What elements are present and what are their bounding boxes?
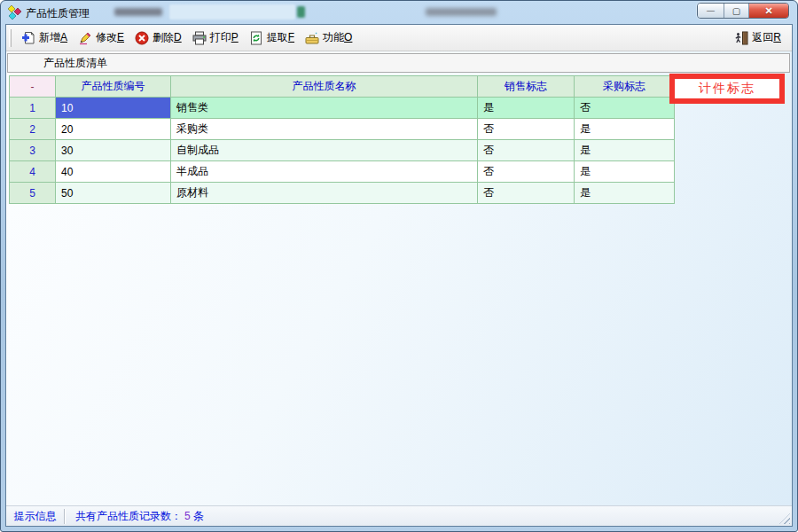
purchase-flag-cell[interactable]: 是 — [575, 119, 675, 140]
extract-refresh-icon — [249, 31, 263, 45]
name-cell[interactable]: 原材料 — [171, 183, 478, 204]
redacted-text — [426, 8, 497, 16]
window-title: 产品性质管理 — [26, 6, 90, 21]
table-row: 3 30 自制成品 否 是 — [10, 140, 675, 161]
col-header-code[interactable]: 产品性质编号 — [56, 76, 171, 98]
status-panel-hint: 提示信息 — [6, 509, 65, 524]
table-row: 5 50 原材料 否 是 — [10, 183, 675, 204]
record-count-unit: 条 — [193, 509, 204, 524]
code-cell[interactable]: 40 — [56, 161, 171, 183]
code-cell[interactable]: 50 — [56, 183, 171, 204]
app-icon — [7, 5, 22, 20]
sale-flag-cell[interactable]: 是 — [478, 98, 575, 119]
col-header-sale-flag[interactable]: 销售标志 — [478, 76, 575, 98]
maximize-button[interactable]: ▢ — [724, 4, 749, 18]
edit-pencil-icon — [78, 31, 92, 45]
col-header-rownum[interactable]: - — [10, 76, 56, 98]
close-button[interactable]: ✕ — [749, 4, 788, 18]
table-header-row: - 产品性质编号 产品性质名称 销售标志 采购标志 — [10, 76, 675, 98]
table-row: 1 10 销售类 是 否 — [10, 98, 675, 119]
code-cell[interactable]: 20 — [56, 119, 171, 140]
purchase-flag-cell[interactable]: 是 — [575, 161, 675, 183]
titlebar: 产品性质管理 — ▢ ✕ — [1, 1, 797, 24]
row-number-cell[interactable]: 2 — [10, 119, 56, 140]
toolbar: 新增A 修改E 删除D — [6, 25, 792, 51]
table-row: 4 40 半成品 否 是 — [10, 161, 675, 183]
name-cell[interactable]: 采购类 — [171, 119, 478, 140]
redacted-input — [169, 4, 295, 20]
edit-button[interactable]: 修改E — [73, 27, 129, 48]
redacted-icon — [297, 6, 305, 18]
add-button[interactable]: 新增A — [16, 27, 73, 48]
row-number-cell[interactable]: 4 — [10, 161, 56, 183]
panel-title: 产品性质清单 — [43, 57, 107, 69]
status-message: 共有产品性质记录数： 5 条 — [65, 509, 204, 524]
delete-icon — [135, 31, 149, 45]
table-row: 2 20 采购类 否 是 — [10, 119, 675, 140]
row-number-cell[interactable]: 5 — [10, 183, 56, 204]
purchase-flag-cell[interactable]: 是 — [575, 140, 675, 161]
name-cell[interactable]: 销售类 — [171, 98, 478, 119]
row-number-cell[interactable]: 3 — [10, 140, 56, 161]
annotation-label: 计件标志 — [699, 81, 755, 97]
sale-flag-cell[interactable]: 否 — [478, 119, 575, 140]
resize-grip[interactable] — [779, 513, 790, 524]
minimize-button[interactable]: — — [698, 4, 724, 18]
name-cell[interactable]: 自制成品 — [171, 140, 478, 161]
purchase-flag-cell[interactable]: 否 — [575, 98, 675, 119]
print-button[interactable]: 打印P — [187, 27, 244, 48]
record-count-value: 5 — [184, 510, 191, 522]
col-header-name[interactable]: 产品性质名称 — [171, 76, 478, 98]
col-header-purchase-flag[interactable]: 采购标志 — [575, 76, 675, 98]
record-count-prefix: 共有产品性质记录数： — [75, 509, 182, 524]
function-tool-icon — [305, 31, 319, 45]
extract-button[interactable]: 提取F — [244, 27, 300, 48]
code-cell[interactable]: 30 — [56, 140, 171, 161]
toolbar-gripper — [9, 29, 12, 47]
sale-flag-cell[interactable]: 否 — [478, 140, 575, 161]
sale-flag-cell[interactable]: 否 — [478, 161, 575, 183]
code-cell-selected[interactable]: 10 — [56, 98, 171, 119]
exit-door-icon — [734, 31, 748, 45]
sale-flag-cell[interactable]: 否 — [478, 183, 575, 204]
purchase-flag-cell[interactable]: 是 — [575, 183, 675, 204]
name-cell[interactable]: 半成品 — [171, 161, 478, 183]
product-nature-table: - 产品性质编号 产品性质名称 销售标志 采购标志 1 10 销售类 是 否 — [9, 75, 675, 204]
row-number-cell[interactable]: 1 — [10, 98, 56, 119]
return-button[interactable]: 返回R — [729, 27, 786, 48]
add-document-icon — [21, 31, 35, 45]
status-bar: 提示信息 共有产品性质记录数： 5 条 — [6, 505, 792, 526]
app-window: 产品性质管理 — ▢ ✕ 新增A — [0, 0, 798, 532]
window-body: 新增A 修改E 删除D — [5, 24, 793, 527]
window-controls: — ▢ ✕ — [697, 3, 789, 19]
function-button[interactable]: 功能O — [300, 27, 357, 48]
panel-header: 产品性质清单 — [7, 53, 790, 73]
printer-icon — [192, 31, 207, 45]
delete-button[interactable]: 删除D — [129, 27, 187, 48]
client-area: 产品性质清单 - 产品性质编号 产品性质名称 销售标志 采购标志 — [6, 51, 792, 505]
redacted-text — [114, 8, 162, 16]
annotation-highlight-box: 计件标志 — [669, 74, 785, 104]
